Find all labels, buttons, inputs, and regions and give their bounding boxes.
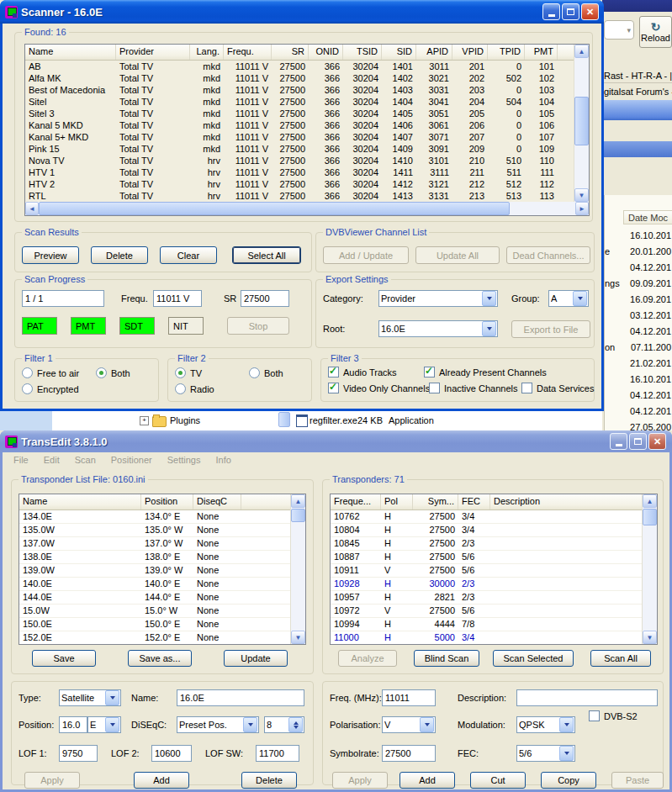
channel-row[interactable]: RTL Total TV hrv 11011 V 27500 366 30204… — [25, 190, 589, 202]
close-button[interactable]: ✕ — [648, 433, 666, 450]
scroll-track[interactable] — [510, 202, 575, 215]
transedit-titlebar[interactable]: TransEdit 3.8.1.0 — [0, 430, 672, 452]
vertical-scroll-thumb[interactable] — [291, 509, 305, 522]
position-table-header[interactable]: Name Position DiseqC — [19, 494, 305, 510]
col-symbolrate[interactable]: Sym... — [413, 494, 458, 510]
col-description[interactable]: Description — [490, 494, 657, 510]
transponder-row[interactable]: 10911 V 27500 5/6 — [331, 564, 657, 578]
col-vpid[interactable]: VPID — [452, 45, 488, 60]
file-row[interactable]: e 20.01.200 — [605, 243, 672, 259]
transponder-row[interactable]: 10804 H 27500 3/4 — [331, 524, 657, 537]
menu-item[interactable]: Edit — [36, 452, 67, 467]
save-as-button[interactable]: Save as... — [128, 650, 192, 667]
position-field[interactable]: 16.0 — [59, 716, 87, 733]
modulation-select[interactable]: QPSK — [516, 716, 575, 733]
dropdown-button[interactable] — [573, 291, 587, 306]
browser-tab-text[interactable]: gitalsat Forum's - — [604, 87, 672, 97]
diseqc-select[interactable]: Preset Pos. — [177, 716, 259, 733]
checkbox-audio-tracks[interactable]: Audio Tracks — [328, 367, 397, 378]
channel-row[interactable]: Kanal 5+ MKD Total TV mkd 11011 V 27500 … — [25, 131, 589, 143]
scroll-right-icon[interactable]: ► — [575, 202, 589, 215]
minimize-button[interactable] — [610, 433, 627, 450]
channel-row[interactable]: Best of Macedonia Total TV mkd 11011 V 2… — [25, 84, 589, 96]
channel-row[interactable]: Nova TV Total TV hrv 11011 V 27500 366 3… — [25, 155, 589, 166]
channel-row[interactable]: HTV 1 Total TV hrv 11011 V 27500 366 302… — [25, 166, 589, 178]
col-frequency[interactable]: Freque... — [331, 494, 381, 510]
file-row[interactable]: 03.12.201 — [605, 307, 672, 323]
col-frequ[interactable]: Frequ. — [224, 45, 272, 60]
position-direction-select[interactable]: E — [87, 716, 121, 733]
file-row[interactable]: 04.12.201 — [605, 387, 672, 403]
position-row[interactable]: 15.0W 15.0° W None — [19, 605, 305, 618]
fec-select[interactable]: 5/6 — [516, 745, 575, 762]
position-row[interactable]: 152.0E 152.0° E None — [19, 631, 305, 645]
minimize-button[interactable] — [542, 3, 560, 20]
channel-row[interactable]: Sitel Total TV mkd 11011 V 27500 366 302… — [25, 96, 589, 108]
dead-channels-button[interactable]: Dead Channels... — [506, 246, 590, 264]
checkbox-data-services[interactable]: Data Services — [521, 383, 594, 393]
analyze-button[interactable]: Analyze — [338, 650, 397, 667]
category-select[interactable]: Provider — [378, 290, 498, 307]
vertical-scroll-thumb[interactable] — [574, 97, 589, 145]
freq-field[interactable]: 11011 — [382, 689, 436, 706]
paste-button[interactable]: Paste — [611, 772, 664, 789]
col-diseqc[interactable]: DiseqC — [193, 494, 241, 510]
position-row[interactable]: 138.0E 138.0° E None — [19, 551, 305, 564]
menu-item[interactable]: Settings — [160, 452, 209, 467]
file-row[interactable]: 16.10.201 — [605, 227, 672, 243]
apply-button-right[interactable]: Apply — [332, 772, 388, 789]
menu-item[interactable]: Positioner — [103, 452, 160, 467]
col-pmt[interactable]: PMT — [525, 45, 558, 60]
dropdown-button[interactable] — [105, 717, 119, 732]
symbolrate-field[interactable]: 27500 — [382, 745, 436, 762]
scan-selected-button[interactable]: Scan Selected — [493, 650, 574, 667]
transponder-row[interactable]: 10957 H 2821 2/3 — [331, 591, 657, 605]
menu-item[interactable]: Scan — [67, 452, 103, 467]
radio-free-to-air[interactable]: Free to air — [22, 367, 79, 378]
sr-field[interactable]: 27500 — [241, 290, 289, 307]
position-row[interactable]: 144.0E 144.0° E None — [19, 591, 305, 605]
dropdown-button[interactable] — [105, 690, 119, 705]
checkbox-inactive-channels[interactable]: Inactive Channels — [429, 383, 517, 393]
position-row[interactable]: 137.0W 137.0° W None — [19, 537, 305, 551]
vertical-scroll-thumb[interactable] — [643, 509, 657, 525]
col-position[interactable]: Position — [141, 494, 193, 510]
lof1-field[interactable]: 9750 — [59, 745, 98, 762]
transponder-row[interactable]: 10845 H 27500 2/3 — [331, 537, 657, 551]
file-row[interactable]: 04.12.201 — [605, 259, 672, 275]
file-row[interactable]: 16.10.201 — [605, 371, 672, 387]
tree-item-plugins[interactable]: Plugins — [170, 415, 200, 425]
position-row[interactable]: 139.0W 139.0° W None — [19, 564, 305, 578]
dropdown-button[interactable] — [243, 717, 257, 732]
menu-item[interactable]: Info — [208, 452, 238, 467]
transponder-row[interactable]: 10928 H 30000 2/3 — [331, 578, 657, 591]
update-button[interactable]: Update — [224, 650, 288, 667]
col-name[interactable]: Name — [19, 494, 141, 510]
checkbox-video-only[interactable]: Video Only Channels — [328, 383, 430, 393]
select-all-button[interactable]: Select All — [232, 246, 301, 264]
type-select[interactable]: Satellite — [59, 689, 121, 706]
clear-button[interactable]: Clear — [160, 246, 217, 264]
apply-button-left[interactable]: Apply — [24, 772, 80, 789]
transponder-row[interactable]: 10762 H 27500 3/4 — [331, 510, 657, 524]
scroll-up-icon[interactable]: ▲ — [574, 45, 589, 58]
transponder-row[interactable]: 10887 H 27500 5/6 — [331, 551, 657, 564]
description-field[interactable] — [516, 689, 658, 706]
copy-button[interactable]: Copy — [541, 772, 596, 789]
col-tpid[interactable]: TPID — [488, 45, 525, 60]
blind-scan-button[interactable]: Blind Scan — [414, 650, 479, 667]
bookmark-bar-text[interactable]: Rast - HT-R-A - | — [604, 71, 672, 81]
channel-table-header[interactable]: Name Provider Lang. Frequ. SR ONID TSID … — [25, 45, 589, 61]
channel-row[interactable]: AB Total TV mkd 11011 V 27500 366 30204 … — [25, 61, 589, 72]
close-button[interactable]: ✕ — [581, 3, 599, 20]
add-button-right[interactable]: Add — [399, 772, 455, 789]
lof2-field[interactable]: 10600 — [151, 745, 192, 762]
col-lang[interactable]: Lang. — [190, 45, 224, 60]
name-field[interactable]: 16.0E — [177, 689, 304, 706]
file-row[interactable]: 04.12.201 — [605, 323, 672, 339]
checkbox-already-present[interactable]: Already Present Channels — [424, 367, 547, 378]
table-horizontal-scrollbar[interactable]: ◄ ► — [25, 202, 589, 215]
dropdown-button[interactable] — [559, 717, 574, 732]
menu-item[interactable]: File — [6, 452, 36, 467]
scroll-down-icon[interactable]: ▼ — [643, 631, 657, 644]
